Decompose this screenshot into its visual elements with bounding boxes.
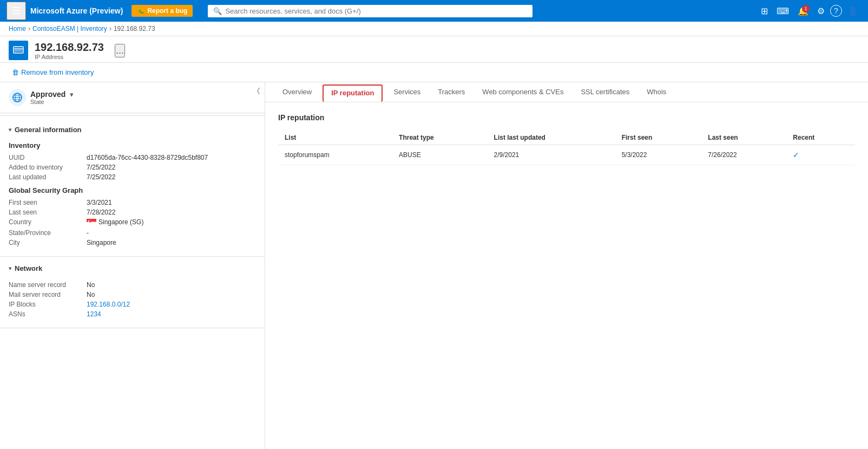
page-subtitle: IP Address xyxy=(35,54,104,60)
table-row: stopforumspam ABUSE 2/9/2021 5/3/2022 7/… xyxy=(278,145,855,165)
cell-first-seen: 5/3/2022 xyxy=(615,145,702,165)
mail-server-record-label: Mail server record xyxy=(9,291,84,298)
state-province-label: State/Province xyxy=(9,229,84,237)
toolbar: 🗑 Remove from inventory xyxy=(0,63,868,82)
last-updated-value: 7/25/2022 xyxy=(87,173,256,181)
city-row: City Singapore xyxy=(9,238,256,248)
inventory-group-title: Inventory xyxy=(9,141,256,149)
section-title: General information xyxy=(15,126,82,134)
first-seen-label: First seen xyxy=(9,199,84,206)
report-bug-button[interactable]: 🐛 Report a bug xyxy=(131,5,193,17)
col-header-recent: Recent xyxy=(786,131,855,145)
ip-blocks-link[interactable]: 192.168.0.0/12 xyxy=(87,301,130,308)
added-to-inventory-value: 7/25/2022 xyxy=(87,164,256,171)
main-layout: 《 Approved ▾ State xyxy=(0,82,868,449)
ip-blocks-value: 192.168.0.0/12 xyxy=(87,301,256,308)
network-header[interactable]: ▾ Network xyxy=(9,261,256,276)
page-resource-icon xyxy=(9,41,28,60)
country-row: Country ★★★★★ Singapore (SG) xyxy=(9,217,256,228)
search-icon: 🔍 xyxy=(213,7,222,15)
chevron-down-icon: ▾ xyxy=(9,127,11,133)
asns-link[interactable]: 1234 xyxy=(87,310,101,318)
breadcrumb-inventory[interactable]: ContosoEASM | Inventory xyxy=(32,25,107,32)
settings-icon[interactable]: ⚙ xyxy=(814,4,828,18)
global-security-graph-group: Global Security Graph First seen 3/3/202… xyxy=(9,186,256,248)
app-title: Microsoft Azure (Preview) xyxy=(30,6,123,15)
cloud-shell-icon[interactable]: ⌨ xyxy=(773,4,792,18)
hamburger-menu-button[interactable]: ☰ xyxy=(6,2,26,20)
tab-overview[interactable]: Overview xyxy=(274,82,320,102)
svg-text:★★★★★: ★★★★★ xyxy=(91,220,97,223)
state-label: Approved xyxy=(30,90,65,99)
top-navigation: ☰ Microsoft Azure (Preview) 🐛 Report a b… xyxy=(0,0,868,22)
state-icon xyxy=(9,89,26,106)
col-header-list: List xyxy=(278,131,392,145)
page-title-block: 192.168.92.73 IP Address xyxy=(35,41,104,60)
first-seen-value: 3/3/2021 xyxy=(87,199,256,206)
help-icon[interactable]: ? xyxy=(830,5,842,17)
chevron-down-icon-network: ▾ xyxy=(9,265,11,271)
breadcrumb-sep-2: › xyxy=(109,25,111,32)
tab-trackers[interactable]: Trackers xyxy=(429,82,474,102)
state-sublabel: State xyxy=(30,99,74,105)
page-title: 192.168.92.73 xyxy=(35,41,104,54)
network-group: Name server record No Mail server record… xyxy=(9,280,256,319)
remove-from-inventory-button[interactable]: 🗑 Remove from inventory xyxy=(9,66,97,79)
breadcrumb: Home › ContosoEASM | Inventory › 192.168… xyxy=(0,22,868,36)
name-server-record-row: Name server record No xyxy=(9,280,256,290)
bug-icon: 🐛 xyxy=(137,7,145,15)
inventory-group: Inventory UUID d17605da-76cc-4430-8328-8… xyxy=(9,141,256,182)
cell-list-last-updated: 2/9/2021 xyxy=(488,145,615,165)
notifications-icon[interactable]: 🔔 1 xyxy=(794,4,812,18)
portal-settings-icon[interactable]: ⊞ xyxy=(758,4,771,18)
tab-services[interactable]: Services xyxy=(385,82,429,102)
last-seen-label: Last seen xyxy=(9,209,84,216)
last-updated-label: Last updated xyxy=(9,173,84,181)
tab-web-components-cves[interactable]: Web components & CVEs xyxy=(474,82,572,102)
page-more-options-button[interactable]: ... xyxy=(115,44,125,57)
general-info-header[interactable]: ▾ General information xyxy=(9,122,256,137)
ip-reputation-section-title: IP reputation xyxy=(278,113,855,122)
city-value: Singapore xyxy=(87,239,256,246)
mail-server-record-value: No xyxy=(87,291,256,298)
page-header: 192.168.92.73 IP Address ... xyxy=(0,36,868,63)
state-info: Approved ▾ State xyxy=(30,90,74,105)
topnav-icons-group: ⊞ ⌨ 🔔 1 ⚙ ? 👤 xyxy=(758,4,862,18)
breadcrumb-sep-1: › xyxy=(28,25,30,32)
breadcrumb-home[interactable]: Home xyxy=(9,25,26,32)
search-container: 🔍 xyxy=(208,5,532,17)
added-to-inventory-row: Added to inventory 7/25/2022 xyxy=(9,162,256,172)
left-panel: 《 Approved ▾ State xyxy=(0,82,265,449)
asns-label: ASNs xyxy=(9,310,84,318)
uuid-label: UUID xyxy=(9,154,84,161)
state-province-value: - xyxy=(87,229,256,237)
collapse-panel-button[interactable]: 《 xyxy=(253,87,260,96)
country-value: ★★★★★ Singapore (SG) xyxy=(87,218,256,227)
ip-reputation-content: IP reputation List Threat type List last… xyxy=(265,102,868,176)
cell-threat-type: ABUSE xyxy=(392,145,487,165)
cell-last-seen: 7/26/2022 xyxy=(701,145,786,165)
tab-ssl-certificates[interactable]: SSL certificates xyxy=(572,82,638,102)
account-icon[interactable]: 👤 xyxy=(844,4,862,18)
search-input[interactable] xyxy=(225,7,527,15)
col-header-first-seen: First seen xyxy=(615,131,702,145)
asns-value: 1234 xyxy=(87,310,256,318)
state-province-row: State/Province - xyxy=(9,228,256,238)
col-header-threat-type: Threat type xyxy=(392,131,487,145)
last-updated-row: Last updated 7/25/2022 xyxy=(9,172,256,182)
state-dropdown-icon[interactable]: ▾ xyxy=(70,90,74,99)
uuid-value: d17605da-76cc-4430-8328-8729dc5bf807 xyxy=(87,154,256,161)
col-header-list-last-updated: List last updated xyxy=(488,131,615,145)
tab-ip-reputation[interactable]: IP reputation xyxy=(323,84,383,102)
tab-whois[interactable]: Whois xyxy=(638,82,675,102)
uuid-row: UUID d17605da-76cc-4430-8328-8729dc5bf80… xyxy=(9,153,256,162)
col-header-last-seen: Last seen xyxy=(701,131,786,145)
network-section-title: Network xyxy=(15,264,42,272)
ip-blocks-row: IP Blocks 192.168.0.0/12 xyxy=(9,300,256,309)
added-to-inventory-label: Added to inventory xyxy=(9,164,84,171)
asns-row: ASNs 1234 xyxy=(9,309,256,319)
general-information-section: ▾ General information Inventory UUID d17… xyxy=(0,118,265,257)
network-section: ▾ Network Name server record No Mail ser… xyxy=(0,257,265,328)
global-security-graph-title: Global Security Graph xyxy=(9,186,256,194)
detail-tabs: Overview IP reputation Services Trackers… xyxy=(265,82,868,102)
